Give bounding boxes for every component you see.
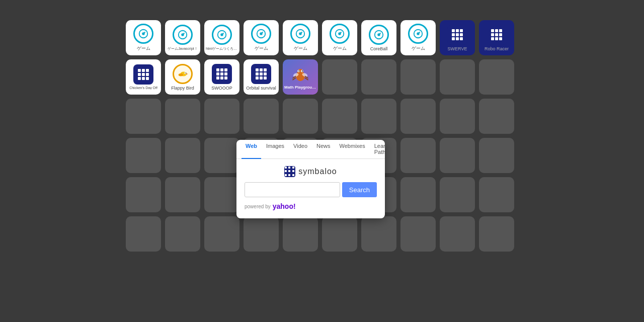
tile-math-playground[interactable]: Math Playground [283,59,318,95]
empty-r4-9 [440,138,475,173]
tile-game-3[interactable]: htmlゲームつくろう！ [204,20,239,55]
empty-r3-3 [204,99,239,134]
empty-r3-2 [165,99,200,134]
empty-r3-4 [244,99,279,134]
svg-point-13 [378,34,380,36]
svg-point-5 [221,34,223,36]
tile-chickens-day-off[interactable]: Chicken's Day Off [126,59,161,95]
svg-point-20 [179,73,183,76]
tile-label-5: ゲーム [294,45,307,52]
svg-point-3 [182,34,184,36]
empty-r6-2 [165,216,200,252]
tile-game-4[interactable]: ゲーム [244,20,279,55]
empty-r4-2 [165,138,200,173]
empty-r5-1 [126,177,161,212]
tile-label-math: Math Playground [284,85,316,90]
search-popup-body: symbaloo Search powered by yahoo! [236,159,385,218]
empty-r2-9 [440,59,475,95]
search-input[interactable] [245,182,340,197]
tile-game-1[interactable]: ゲーム [126,20,161,55]
empty-r6-1 [126,216,161,252]
tile-robo-racer[interactable]: Robo Racer [479,20,514,55]
tile-label-swerve: SWERVE [448,46,467,51]
yahoo-logo: yahoo! [273,202,296,210]
tile-label-robo-racer: Robo Racer [485,46,509,51]
empty-r2-7 [361,59,396,95]
tab-learning-paths[interactable]: Learning Paths [370,140,385,159]
search-tabs: Web Images Video News Webmixes Learning … [236,140,385,159]
svg-marker-19 [186,73,188,74]
powered-by-row: powered by yahoo! [245,202,296,210]
tile-game-6[interactable]: ゲーム [322,20,357,55]
empty-r6-5 [283,216,318,252]
svg-point-15 [417,33,419,35]
tile-game-5[interactable]: ゲーム [283,20,318,55]
empty-r6-3 [204,216,239,252]
empty-r3-5 [283,99,318,134]
tile-game-8[interactable]: ゲーム [400,20,436,55]
tile-label-chickens: Chicken's Day Off [129,86,157,90]
empty-r3-7 [361,99,396,134]
empty-r6-4 [244,216,279,252]
empty-r6-8 [400,216,436,252]
symbaloo-logo-text: symbaloo [298,167,337,176]
empty-r3-9 [440,99,475,134]
empty-r4-8 [400,138,436,173]
tile-label-2: ゲームJavascript！ [168,46,198,51]
tile-label-coreball: CoreBall [370,46,388,51]
svg-point-25 [298,70,299,71]
empty-r3-8 [400,99,436,134]
tile-swooop[interactable]: SWOOOP [204,59,239,95]
empty-r5-10 [479,177,514,212]
tile-label-orbital: Orbital survival [246,86,276,91]
empty-r4-10 [479,138,514,173]
empty-r4-1 [126,138,161,173]
empty-r6-7 [361,216,396,252]
tile-label-6: ゲーム [333,45,347,52]
search-button[interactable]: Search [342,182,377,197]
empty-r2-10 [479,59,514,95]
empty-r6-10 [479,216,514,252]
empty-r6-9 [440,216,475,252]
empty-r3-6 [322,99,357,134]
empty-r2-8 [400,59,436,95]
empty-r4-3 [204,138,239,173]
empty-r2-6 [322,59,357,95]
tile-label-8: ゲーム [412,45,425,52]
empty-r5-9 [440,177,475,212]
empty-r3-1 [126,99,161,134]
empty-r3-10 [479,99,514,134]
symbaloo-logo: symbaloo [284,166,337,177]
svg-point-26 [302,70,303,71]
tab-web[interactable]: Web [242,140,261,159]
svg-point-11 [339,33,341,35]
empty-r5-8 [400,177,436,212]
empty-r5-2 [165,177,200,212]
tile-orbital-survival[interactable]: Orbital survival [244,59,279,95]
tab-images[interactable]: Images [262,140,288,159]
tab-video[interactable]: Video [289,140,311,159]
svg-point-9 [299,33,301,35]
tile-label-3: htmlゲームつくろう！ [206,46,238,51]
svg-point-1 [142,33,144,35]
svg-point-7 [260,33,262,35]
tile-label-4: ゲーム [255,45,268,52]
empty-r5-3 [204,177,239,212]
tile-game-2[interactable]: ゲームJavascript！ [165,20,200,55]
tile-swerve[interactable]: SWERVE [440,20,475,55]
tab-webmixes[interactable]: Webmixes [336,140,369,159]
tile-label-flappy: Flappy Bird [171,86,194,91]
empty-r6-6 [322,216,357,252]
tile-label-swooop: SWOOOP [211,86,232,91]
powered-by-label: powered by [245,204,271,209]
search-popup: Web Images Video News Webmixes Learning … [236,140,385,218]
tile-coreball[interactable]: CoreBall [361,20,396,55]
tile-label-1: ゲーム [137,45,150,52]
tab-news[interactable]: News [312,140,335,159]
symbaloo-logo-icon [284,166,295,177]
tile-flappy-bird[interactable]: Flappy Bird [165,59,200,95]
svg-point-18 [186,72,187,73]
search-row: Search [245,182,377,197]
